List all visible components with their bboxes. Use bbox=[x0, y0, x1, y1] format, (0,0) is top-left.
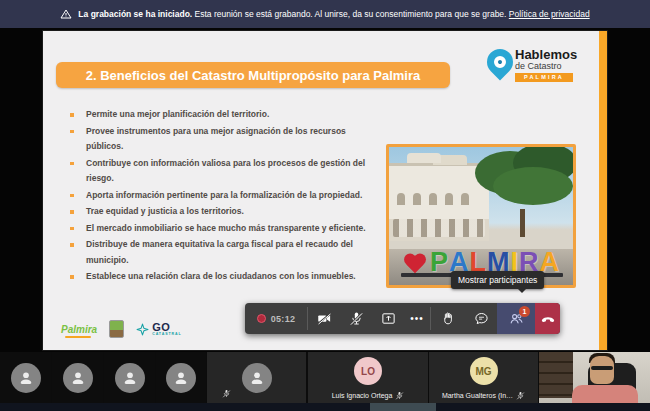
bullet-item: Provee instrumentos para una mejor asign… bbox=[69, 124, 381, 155]
bookshelf bbox=[539, 352, 573, 398]
participant-video-tile[interactable] bbox=[539, 352, 650, 403]
logo-line2: de Catastro bbox=[515, 61, 562, 71]
share-screen-icon bbox=[381, 311, 396, 326]
participant-tile-martha[interactable]: MG Martha Gualteros (In… bbox=[429, 352, 538, 403]
recording-dot-icon bbox=[257, 314, 266, 323]
tree bbox=[467, 144, 576, 211]
camera-off-button[interactable] bbox=[308, 303, 340, 334]
bullet-item: Distribuye de manera equitativa la carga… bbox=[69, 237, 381, 268]
muted-mic-icon bbox=[516, 391, 525, 400]
go-star-icon bbox=[136, 323, 149, 336]
avatar-initials: MG bbox=[470, 357, 498, 385]
muted-mic-icon bbox=[395, 391, 404, 400]
slide-footer-logos: Palmira GO CATASTRAL bbox=[61, 315, 182, 343]
bullet-item: Aporta información pertinente para la fo… bbox=[69, 188, 381, 204]
palmira-script-logo: Palmira bbox=[61, 324, 97, 335]
meeting-window: La grabación se ha iniciado. Esta reunió… bbox=[0, 0, 650, 411]
person-avatar-icon bbox=[115, 363, 145, 393]
banner-text: Esta reunión se está grabando. Al unirse… bbox=[195, 9, 507, 19]
participant-name: Martha Gualteros (In… bbox=[442, 392, 513, 399]
camera-off-icon bbox=[317, 311, 332, 326]
location-pin-icon bbox=[482, 44, 519, 81]
benefits-bullet-list: Permite una mejor planificación del terr… bbox=[69, 107, 381, 286]
raise-hand-button[interactable] bbox=[431, 303, 465, 334]
hablemos-catastro-logo: Hablemos de Catastro PALMIRA bbox=[487, 47, 603, 95]
hang-up-button[interactable] bbox=[535, 303, 560, 334]
person-avatar-icon bbox=[63, 363, 93, 393]
mic-off-button[interactable] bbox=[340, 303, 372, 334]
participant-name: Luis Ignacio Ortega bbox=[332, 392, 393, 399]
person-avatar-icon bbox=[11, 363, 41, 393]
share-screen-button[interactable] bbox=[372, 303, 404, 334]
person-glasses bbox=[591, 366, 613, 370]
bullet-item: El mercado inmobiliario se hace mucho má… bbox=[69, 221, 381, 237]
person-avatar-icon bbox=[166, 363, 196, 393]
recording-indicator: 05:12 bbox=[245, 303, 307, 334]
participants-count-badge: 1 bbox=[519, 306, 530, 317]
raise-hand-icon bbox=[441, 311, 456, 326]
participant-tile[interactable] bbox=[156, 352, 206, 403]
participants-tooltip: Mostrar participantes bbox=[451, 271, 544, 289]
logo-badge: PALMIRA bbox=[515, 73, 573, 82]
recording-banner: La grabación se ha iniciado. Esta reunió… bbox=[0, 0, 650, 28]
person-avatar-icon bbox=[242, 363, 272, 393]
bottom-bar bbox=[0, 403, 650, 411]
banner-bold-text: La grabación se ha iniciado. bbox=[78, 9, 192, 19]
participant-tile[interactable] bbox=[0, 352, 51, 403]
person-body bbox=[572, 385, 638, 403]
participant-tile[interactable] bbox=[52, 352, 103, 403]
avatar-initials: LO bbox=[354, 357, 382, 385]
bullet-item: Establece una relación clara de los ciud… bbox=[69, 269, 381, 285]
participant-tile-luis[interactable]: LO Luis Ignacio Ortega bbox=[308, 352, 428, 403]
hang-up-icon bbox=[540, 311, 556, 327]
chat-button[interactable] bbox=[465, 303, 497, 334]
heart-icon bbox=[403, 254, 427, 276]
participants-filmstrip: LO Luis Ignacio Ortega MG Martha Gualter… bbox=[0, 352, 650, 403]
bullet-item: Permite una mejor planificación del terr… bbox=[69, 107, 381, 123]
more-options-button[interactable]: ••• bbox=[404, 303, 430, 334]
participant-tile[interactable] bbox=[207, 352, 306, 403]
slide-title: 2. Beneficios del Catastro Multipropósit… bbox=[56, 62, 450, 88]
logo-line1: Hablemos bbox=[515, 47, 577, 62]
meeting-toolbar: 05:12 bbox=[245, 303, 560, 334]
participant-tile[interactable] bbox=[104, 352, 155, 403]
mic-off-icon bbox=[349, 311, 364, 326]
chat-icon bbox=[474, 311, 489, 326]
muted-mic-icon bbox=[222, 389, 231, 398]
alcaldia-de-palmira-logo bbox=[109, 320, 124, 338]
palmira-plaza-photo: P A L M I R A bbox=[386, 144, 576, 288]
bullet-item: Trae equidad y justicia a los territorio… bbox=[69, 204, 381, 220]
warning-icon bbox=[60, 8, 72, 20]
bottom-bar-segment bbox=[370, 403, 436, 411]
go-catastral-logo: GO CATASTRAL bbox=[136, 322, 182, 337]
bullet-item: Contribuye con información valiosa para … bbox=[69, 156, 381, 187]
show-participants-button[interactable]: 1 bbox=[497, 303, 535, 334]
person-head bbox=[590, 356, 614, 384]
shared-screen-stage: 2. Beneficios del Catastro Multipropósit… bbox=[0, 28, 650, 352]
meeting-timer: 05:12 bbox=[271, 314, 296, 324]
privacy-policy-link[interactable]: Política de privacidad bbox=[509, 9, 590, 19]
